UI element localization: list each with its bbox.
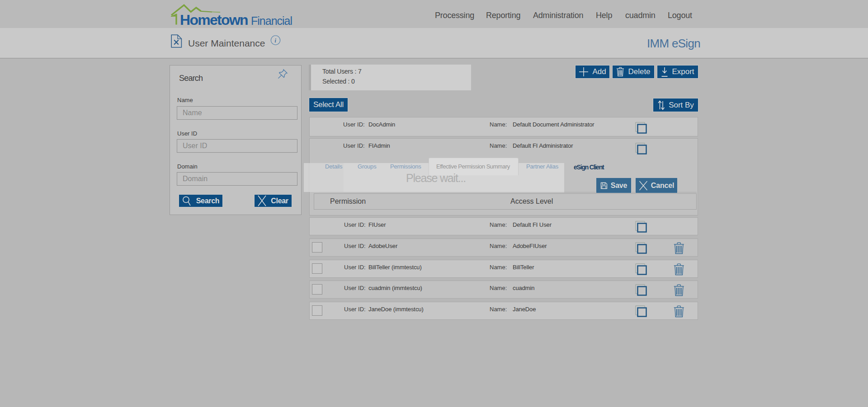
svg-text:i: i (274, 37, 276, 44)
